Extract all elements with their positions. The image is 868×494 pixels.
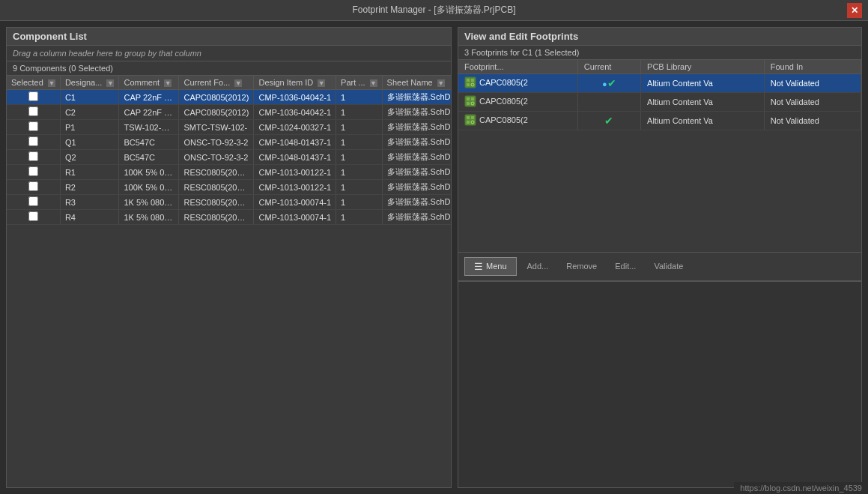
- col-header-designitemid[interactable]: Design Item ID ▼: [254, 76, 336, 90]
- col-header-part[interactable]: Part ... ▼: [336, 76, 382, 90]
- table-row[interactable]: R4 1K 5% 0805(2 RESC0805(2012), CMP-1013…: [7, 210, 451, 225]
- svg-rect-6: [467, 97, 470, 100]
- drag-hint: Drag a column header here to group by th…: [7, 46, 451, 61]
- row-checkbox[interactable]: [28, 91, 38, 101]
- cell-designator: R4: [60, 210, 119, 225]
- table-row[interactable]: C2 CAP 22nF 16\ CAPC0805(2012) CMP-1036-…: [7, 105, 451, 120]
- cell-selected[interactable]: [7, 135, 60, 150]
- cell-currentfo: ONSC-TO-92-3-2: [179, 150, 254, 165]
- close-button[interactable]: ✕: [847, 3, 862, 18]
- cell-part: 1: [336, 165, 382, 180]
- filter-sheet-icon[interactable]: ▼: [437, 79, 445, 87]
- cell-fp-current: ✔: [577, 112, 640, 130]
- filter-designitemid-icon[interactable]: ▼: [318, 79, 325, 87]
- cell-selected[interactable]: [7, 120, 60, 135]
- fp-count: 3 Footprints for C1 (1 Selected): [458, 46, 861, 60]
- cell-sheetname: 多谐振荡器.SchDoc: [382, 120, 451, 135]
- cell-selected[interactable]: [7, 165, 60, 180]
- filter-currentfo-icon[interactable]: ▼: [234, 79, 242, 87]
- col-header-sheet[interactable]: Sheet Name ▼: [382, 76, 451, 90]
- validated-checkmark: ✔: [604, 115, 613, 127]
- cell-part: 1: [336, 135, 382, 150]
- row-checkbox[interactable]: [28, 151, 38, 161]
- cell-currentfo: ONSC-TO-92-3-2: [179, 135, 254, 150]
- cell-part: 1: [336, 120, 382, 135]
- pcb-file-icon: [464, 76, 476, 88]
- col-header-selected[interactable]: Selected ▼: [7, 76, 60, 90]
- validated-checkmark: ✔: [607, 77, 616, 89]
- cell-comment: 100K 5% 080(: [119, 165, 179, 180]
- cell-designator: R1: [60, 165, 119, 180]
- filter-part-icon[interactable]: ▼: [370, 79, 377, 87]
- col-header-designator[interactable]: Designa... ▼: [60, 76, 119, 90]
- fp-table-row[interactable]: CAPC0805(2 ●✔ Altium Content Va Not Vali…: [458, 74, 861, 93]
- fp-table-row[interactable]: CAPC0805(2 Altium Content Va Not Validat…: [458, 93, 861, 112]
- cell-comment: 1K 5% 0805(2: [119, 210, 179, 225]
- status-url: https://blog.csdn.net/weixin_4539: [740, 484, 862, 493]
- fp-table: Footprint... Current PCB Library Found I…: [458, 60, 861, 130]
- filter-comment-icon[interactable]: ▼: [164, 79, 172, 87]
- col-fp-foundin[interactable]: Found In: [764, 60, 861, 74]
- component-table-container: Selected ▼ Designa... ▼ Comment ▼ Curr: [7, 76, 451, 487]
- row-checkbox[interactable]: [28, 211, 38, 221]
- fp-table-row[interactable]: CAPC0805(2 ✔ Altium Content Va Not Valid…: [458, 112, 861, 130]
- cell-selected[interactable]: [7, 105, 60, 120]
- component-table-header-row: Selected ▼ Designa... ▼ Comment ▼ Curr: [7, 76, 451, 90]
- cell-fp-footprint: CAPC0805(2: [458, 112, 577, 130]
- table-row[interactable]: P1 TSW-102-26-( SMTC-TSW-102- CMP-1024-0…: [7, 120, 451, 135]
- table-row[interactable]: Q2 BC547C ONSC-TO-92-3-2 CMP-1048-01437-…: [7, 150, 451, 165]
- table-row[interactable]: C1 CAP 22nF 16\ CAPC0805(2012) CMP-1036-…: [7, 90, 451, 105]
- col-fp-footprint[interactable]: Footprint...: [458, 60, 577, 74]
- add-button[interactable]: Add...: [520, 259, 556, 274]
- edit-button[interactable]: Edit...: [607, 259, 643, 274]
- cell-fp-foundin: Not Validated: [764, 112, 861, 130]
- cell-fp-pcblibrary: Altium Content Va: [641, 112, 765, 130]
- svg-rect-3: [467, 83, 470, 86]
- cell-selected[interactable]: [7, 180, 60, 195]
- row-checkbox[interactable]: [28, 166, 38, 176]
- pcb-file-icon: [464, 95, 476, 107]
- col-header-comment[interactable]: Comment ▼: [119, 76, 179, 90]
- validate-button[interactable]: Validate: [646, 259, 691, 274]
- fp-table-container: Footprint... Current PCB Library Found I…: [458, 60, 861, 252]
- cell-designitemid: CMP-1013-00074-1: [254, 195, 336, 210]
- table-row[interactable]: R1 100K 5% 080( RESC0805(2012), CMP-1013…: [7, 165, 451, 180]
- menu-button[interactable]: ☰ Menu: [464, 257, 517, 276]
- fp-icon-container: CAPC0805(2: [464, 114, 528, 126]
- cell-designitemid: CMP-1048-01437-1: [254, 150, 336, 165]
- cell-fp-foundin: Not Validated: [764, 74, 861, 93]
- remove-button[interactable]: Remove: [559, 259, 604, 274]
- fp-name-text: CAPC0805(2: [479, 97, 528, 106]
- cell-fp-footprint: CAPC0805(2: [458, 74, 577, 93]
- right-panel: View and Edit Footprints 3 Footprints fo…: [458, 27, 862, 488]
- table-row[interactable]: R2 100K 5% 080( RESC0805(2012), CMP-1013…: [7, 180, 451, 195]
- cell-selected[interactable]: [7, 90, 60, 105]
- col-header-currentfo[interactable]: Current Fo... ▼: [179, 76, 254, 90]
- table-row[interactable]: Q1 BC547C ONSC-TO-92-3-2 CMP-1048-01437-…: [7, 135, 451, 150]
- cell-designator: Q2: [60, 150, 119, 165]
- svg-rect-13: [467, 121, 470, 124]
- view-edit-title: View and Edit Footprints: [458, 28, 861, 46]
- component-table-body: C1 CAP 22nF 16\ CAPC0805(2012) CMP-1036-…: [7, 90, 451, 225]
- row-checkbox[interactable]: [28, 121, 38, 131]
- cell-currentfo: CAPC0805(2012): [179, 105, 254, 120]
- cell-part: 1: [336, 180, 382, 195]
- table-row[interactable]: R3 1K 5% 0805(2 RESC0805(2012), CMP-1013…: [7, 195, 451, 210]
- cell-currentfo: SMTC-TSW-102-: [179, 120, 254, 135]
- row-checkbox[interactable]: [28, 181, 38, 191]
- cell-designitemid: CMP-1036-04042-1: [254, 105, 336, 120]
- cell-selected[interactable]: [7, 210, 60, 225]
- row-checkbox[interactable]: [28, 136, 38, 146]
- col-fp-current[interactable]: Current: [577, 60, 640, 74]
- cell-selected[interactable]: [7, 150, 60, 165]
- cell-selected[interactable]: [7, 195, 60, 210]
- filter-designator-icon[interactable]: ▼: [106, 79, 114, 87]
- svg-rect-2: [471, 79, 474, 82]
- component-list-title: Component List: [7, 28, 451, 46]
- col-fp-pcblibrary[interactable]: PCB Library: [641, 60, 765, 74]
- cell-comment: 1K 5% 0805(2: [119, 195, 179, 210]
- row-checkbox[interactable]: [28, 106, 38, 116]
- row-checkbox[interactable]: [28, 196, 38, 206]
- cell-designator: C2: [60, 105, 119, 120]
- filter-selected-icon[interactable]: ▼: [48, 79, 55, 87]
